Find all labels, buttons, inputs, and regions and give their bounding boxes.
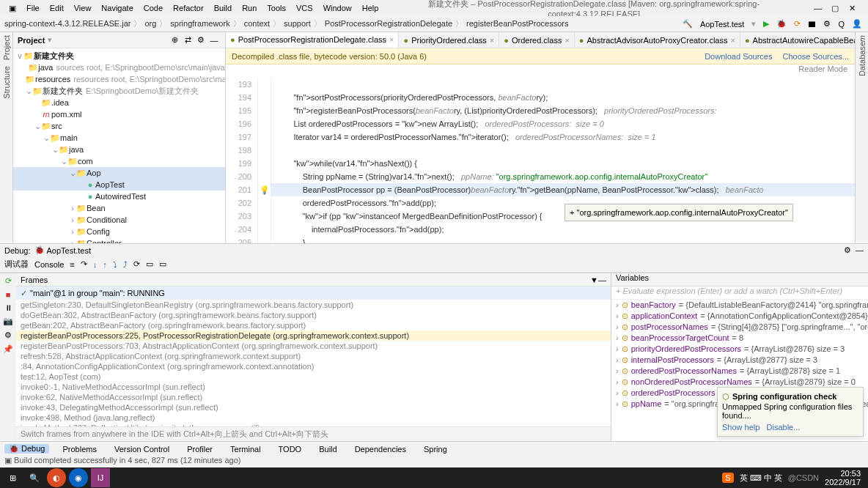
editor-tab[interactable]: ●AbstractAutowireCapableBeanFactory.clas…: [740, 32, 855, 48]
debug-sidebar[interactable]: ⟳■⏸📷⚙📌: [0, 273, 16, 441]
locate-icon[interactable]: ⊕: [168, 34, 181, 47]
editor-tabs[interactable]: ●PostProcessorRegistrationDelegate.class…: [226, 32, 855, 48]
tool-tab-dependencies[interactable]: Dependencies: [350, 445, 411, 454]
stack-frame[interactable]: registerBeanPostProcessors:225, PostProc…: [16, 330, 611, 341]
close-tab-icon[interactable]: ×: [389, 35, 394, 44]
stack-frame[interactable]: refresh:528, AbstractApplicationContext …: [16, 351, 611, 361]
ime-indicator[interactable]: 英 ⌨ 中 英: [740, 473, 782, 484]
right-tool-strip[interactable]: m Database: [855, 32, 868, 243]
tree-item[interactable]: ›Bean: [13, 202, 225, 214]
variable-row[interactable]: ›⊙internalPostProcessors= {ArrayList@287…: [611, 355, 868, 366]
project-tree[interactable]: v新建文件夹javasources root, E:\SpringbootDem…: [13, 48, 225, 243]
tree-item[interactable]: .idea: [13, 97, 225, 108]
code-line[interactable]: "fn">sortPostProcessors(priorityOrderedP…: [271, 91, 855, 104]
editor-tab[interactable]: ●PriorityOrdered.class×: [399, 32, 499, 48]
intellij-icon[interactable]: IJ: [91, 468, 110, 487]
editor-tab[interactable]: ●AbstractAdvisorAutoProxyCreator.class×: [575, 32, 740, 48]
build-icon[interactable]: 🔨: [681, 19, 694, 29]
tool-tab-todo[interactable]: TODO: [274, 445, 306, 454]
breadcrumb-item[interactable]: context: [244, 19, 270, 28]
expand-icon[interactable]: ⇄: [181, 34, 194, 47]
tree-item[interactable]: pom.xml: [13, 108, 225, 120]
os-taskbar[interactable]: ⊞ 🔍 ◐ ◉ IJ S 英 ⌨ 中 英 @CSDN 20:53 2022/9/…: [0, 467, 868, 488]
breadcrumb-item[interactable]: spring-context-4.3.12.RELEASE.jar: [4, 19, 130, 28]
tree-item[interactable]: ›Config: [13, 226, 225, 237]
variable-row[interactable]: ›⊙nonOrderedPostProcessorNames= {ArrayLi…: [611, 377, 868, 388]
code-line[interactable]: "fn">registerBeanPostProcessors(beanFact…: [271, 104, 855, 117]
menu-refactor[interactable]: Refactor: [169, 2, 208, 14]
run-toolbar[interactable]: 🔨 AopTest.test ▾ ▶ 🐞 ⟳ ⯀ ⚙ Q 👤: [681, 19, 864, 29]
notification-popup[interactable]: ⬡Spring configuration check Unmapped Spr…: [717, 387, 864, 437]
code-line[interactable]: Iterator var14 = orderedPostProcessorNam…: [271, 130, 855, 144]
stack-frame[interactable]: registerBeanPostProcessors:703, Abstract…: [16, 341, 611, 351]
tool-tab-profiler[interactable]: Profiler: [183, 445, 217, 454]
evaluate-input[interactable]: + Evaluate expression (Enter) or add a w…: [611, 286, 868, 300]
tree-item[interactable]: resourcesresources root, E:\SpringbootDe…: [13, 73, 225, 85]
stack-frame[interactable]: invoke0:-1, NativeMethodAccessorImpl (su…: [16, 382, 611, 392]
code-line[interactable]: List orderedPostProcessors = "kw">new Ar…: [271, 117, 855, 130]
tree-item[interactable]: ⌄Aop: [13, 167, 225, 179]
breadcrumb-item[interactable]: PostProcessorRegistrationDelegate: [325, 19, 452, 28]
left-tool-strip[interactable]: Project Structure: [0, 32, 13, 243]
frames-list[interactable]: getSingleton:230, DefaultSingletonBeanRe…: [16, 300, 611, 426]
editor-tab[interactable]: ●Ordered.class×: [499, 32, 575, 48]
search-icon[interactable]: 🔍: [25, 468, 44, 487]
database-tool-button[interactable]: Database: [858, 42, 867, 76]
menu-build[interactable]: Build: [210, 2, 236, 14]
menu-edit[interactable]: Edit: [45, 2, 68, 14]
close-tab-icon[interactable]: ×: [564, 36, 569, 45]
code-line[interactable]: BeanPostProcessor pp = (BeanPostProcesso…: [271, 183, 855, 196]
menu-tools[interactable]: Tools: [262, 2, 290, 14]
menu-help[interactable]: Help: [358, 2, 383, 14]
sogou-icon[interactable]: S: [722, 473, 733, 483]
start-icon[interactable]: ⊞: [3, 468, 22, 487]
tool-tab-build[interactable]: Build: [315, 445, 341, 454]
minimize-icon[interactable]: —: [809, 2, 824, 15]
tree-item[interactable]: javasources root, E:\SpringbootDemo\src\…: [13, 62, 225, 73]
clock[interactable]: 20:53 2022/9/17: [825, 469, 865, 487]
tool-tab-debug[interactable]: 🐞 Debug: [4, 444, 49, 454]
download-sources-link[interactable]: Download Sources: [705, 52, 772, 61]
console-tab[interactable]: Console: [34, 260, 64, 269]
menu-window[interactable]: Window: [319, 2, 356, 14]
code-line[interactable]: [271, 78, 855, 91]
menu-navigate[interactable]: Navigate: [97, 2, 137, 14]
tool-tab-version control[interactable]: Version Control: [110, 445, 174, 454]
stack-frame[interactable]: getBean:202, AbstractBeanFactory (org.sp…: [16, 320, 611, 330]
code-line[interactable]: "kw">while(var14."fn">hasNext()) {: [271, 157, 855, 170]
bottom-tool-tabs[interactable]: 🐞 DebugProblemsVersion ControlProfilerTe…: [0, 441, 868, 456]
stack-frame[interactable]: invoke:43, DelegatingMethodAccessorImpl …: [16, 402, 611, 413]
debug-toolbar[interactable]: 调试器 Console ≡↷↓↑⤵⤴⟳▭▭: [0, 256, 868, 273]
close-tab-icon[interactable]: ×: [490, 36, 494, 45]
debugger-tab[interactable]: 调试器: [4, 259, 29, 270]
edge-icon[interactable]: ◉: [69, 468, 88, 487]
code-viewport[interactable]: 1931941951961971981992002012022032042052…: [226, 78, 855, 243]
variable-row[interactable]: ›⊙priorityOrderedPostProcessors= {ArrayL…: [611, 344, 868, 355]
show-help-link[interactable]: Show help: [722, 423, 760, 432]
tree-item[interactable]: AutowiredTest: [13, 191, 225, 202]
stack-frame[interactable]: :84, AnnotationConfigApplicationContext …: [16, 361, 611, 371]
close-tab-icon[interactable]: ×: [730, 36, 735, 45]
code-line[interactable]: internalPostProcessors."fn">add(pp);: [271, 223, 855, 236]
stack-frame[interactable]: doGetBean:302, AbstractBeanFactory (org.…: [16, 310, 611, 320]
variable-row[interactable]: ›⊙applicationContext= {AnnotationConfigA…: [611, 311, 868, 322]
menu-view[interactable]: View: [70, 2, 96, 14]
variable-row[interactable]: ›⊙postProcessorNames= {String[4]@2875} […: [611, 322, 868, 333]
tree-item[interactable]: ⌄com: [13, 155, 225, 167]
disable-link[interactable]: Disable...: [767, 423, 801, 432]
gear-icon[interactable]: ⚙: [194, 34, 207, 47]
editor-tab[interactable]: ●PostProcessorRegistrationDelegate.class…: [226, 32, 399, 48]
tree-item[interactable]: ⌄新建文件夹E:\SpringbootDemo\新建文件夹: [13, 85, 225, 97]
variable-row[interactable]: ›⊙orderedPostProcessorNames= {ArrayList@…: [611, 366, 868, 377]
tree-item[interactable]: AopTest: [13, 179, 225, 191]
menu-code[interactable]: Code: [139, 2, 167, 14]
stack-frame[interactable]: test:12, AopTest (com): [16, 371, 611, 382]
variable-row[interactable]: ›⊙beanProcessorTargetCount= 8: [611, 333, 868, 344]
breadcrumb-item[interactable]: org: [144, 19, 156, 28]
hide-frames-icon[interactable]: —: [598, 276, 606, 284]
tree-item[interactable]: ›Conditional: [13, 214, 225, 226]
code-lines[interactable]: "fn">sortPostProcessors(priorityOrderedP…: [271, 78, 855, 243]
stack-frame[interactable]: invoke:62, NativeMethodAccessorImpl (sun…: [16, 392, 611, 402]
reader-mode-label[interactable]: Reader Mode: [226, 64, 855, 78]
code-line[interactable]: }: [271, 236, 855, 243]
